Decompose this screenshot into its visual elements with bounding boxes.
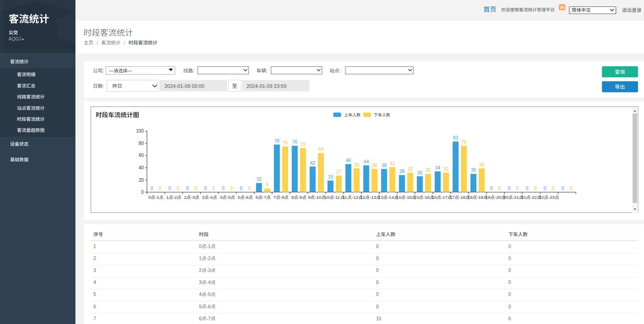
svg-text:-4: -4 [207,279,211,285]
svg-text:40: 40 [138,165,144,170]
svg-text:-22: -22 [530,195,537,200]
svg-text:2024-01-09 23:59: 2024-01-09 23:59 [247,83,287,89]
svg-text:AQGJ: AQGJ [9,36,21,41]
svg-text:0: 0 [248,186,251,191]
svg-text:0: 0 [186,186,189,191]
svg-text:-19: -19 [477,195,483,200]
svg-text::: : [103,68,104,73]
svg-text:39: 39 [354,162,360,168]
svg-text:0: 0 [376,279,379,285]
svg-text:0: 0 [570,186,573,191]
svg-text:4: 4 [93,279,96,285]
svg-text:0: 0 [508,186,511,191]
svg-text:34: 34 [560,5,564,10]
svg-text:4: 4 [199,291,202,297]
svg-text:26: 26 [417,170,423,175]
svg-text:15: 15 [414,195,419,200]
svg-text:9: 9 [308,195,310,200]
svg-text:7: 7 [273,195,276,200]
svg-text:0: 0 [240,186,242,191]
svg-text:0: 0 [552,186,555,191]
svg-text:0: 0 [199,243,202,249]
svg-text:-8: -8 [280,195,284,200]
svg-text:-3: -3 [191,195,195,200]
svg-text:19: 19 [328,174,334,179]
svg-text:5: 5 [199,304,202,309]
svg-text:-1: -1 [155,195,159,200]
svg-text:14: 14 [396,195,401,200]
svg-text:3: 3 [202,195,204,200]
svg-text:-11: -11 [334,195,340,200]
svg-text:76: 76 [461,139,467,145]
svg-text:0: 0 [222,186,225,191]
svg-text:64: 64 [318,147,324,152]
svg-text:-12: -12 [352,195,358,200]
svg-text:2: 2 [93,255,96,261]
svg-text:---: --- [109,68,114,73]
svg-text:0: 0 [177,186,179,191]
svg-text:6: 6 [93,304,96,309]
svg-text:-7: -7 [262,195,266,200]
svg-text:0: 0 [213,186,215,191]
svg-text:0: 0 [168,186,171,191]
svg-text:0: 0 [508,267,511,273]
svg-text:-16: -16 [423,195,430,200]
svg-text:38: 38 [381,163,387,168]
svg-text:15: 15 [257,177,262,182]
svg-text:83: 83 [453,135,459,140]
svg-text:20: 20 [138,178,144,183]
svg-text:-21: -21 [512,195,519,200]
svg-text:11: 11 [342,195,347,200]
svg-text:/: / [124,40,125,46]
svg-text:-1: -1 [207,243,211,249]
svg-text:-3: -3 [207,267,211,273]
svg-text:0: 0 [376,304,379,309]
svg-text:3: 3 [93,267,96,273]
svg-text:5: 5 [238,195,240,200]
svg-text:-6: -6 [245,195,249,200]
svg-text:6: 6 [256,195,258,200]
svg-text:0: 0 [562,186,564,191]
svg-text:0: 0 [526,186,529,191]
svg-text:-2: -2 [207,255,211,261]
svg-text:28: 28 [399,169,405,174]
svg-text:3: 3 [199,279,202,285]
svg-text:0: 0 [534,186,537,191]
svg-text:10: 10 [325,195,330,200]
svg-text:19: 19 [485,195,490,200]
svg-text:-4: -4 [209,195,213,200]
svg-text:1: 1 [93,243,96,249]
svg-text:0: 0 [230,186,233,191]
svg-text::: : [339,68,341,73]
svg-text:-7: -7 [207,316,211,321]
svg-text:32: 32 [443,167,449,172]
svg-text:2: 2 [184,195,186,200]
svg-text:13: 13 [378,195,383,200]
svg-text:0: 0 [508,291,511,297]
svg-text:0: 0 [498,186,501,191]
svg-text:76: 76 [292,139,298,145]
svg-text:---: --- [127,68,132,73]
svg-text:0: 0 [508,279,511,285]
svg-text:44: 44 [364,159,369,164]
svg-text:0: 0 [204,186,207,191]
svg-text:21: 21 [521,195,526,200]
svg-text:0: 0 [141,190,144,195]
svg-text:15: 15 [376,316,382,321]
svg-text:-15: -15 [405,195,412,200]
svg-text:75: 75 [282,140,288,145]
svg-text:-10: -10 [315,195,321,200]
svg-text:18: 18 [467,195,472,200]
svg-text:46: 46 [346,158,351,163]
svg-text:0: 0 [150,186,153,191]
svg-text:-17: -17 [441,195,448,200]
svg-text:12: 12 [360,195,365,200]
svg-text:-9: -9 [298,195,302,200]
svg-text:-5: -5 [227,195,231,200]
svg-text:20: 20 [503,195,508,200]
svg-text:-20: -20 [495,195,501,200]
svg-text:0: 0 [508,304,511,309]
svg-text:42: 42 [310,161,316,166]
svg-text:8: 8 [291,195,293,200]
svg-text:0: 0 [148,195,150,200]
